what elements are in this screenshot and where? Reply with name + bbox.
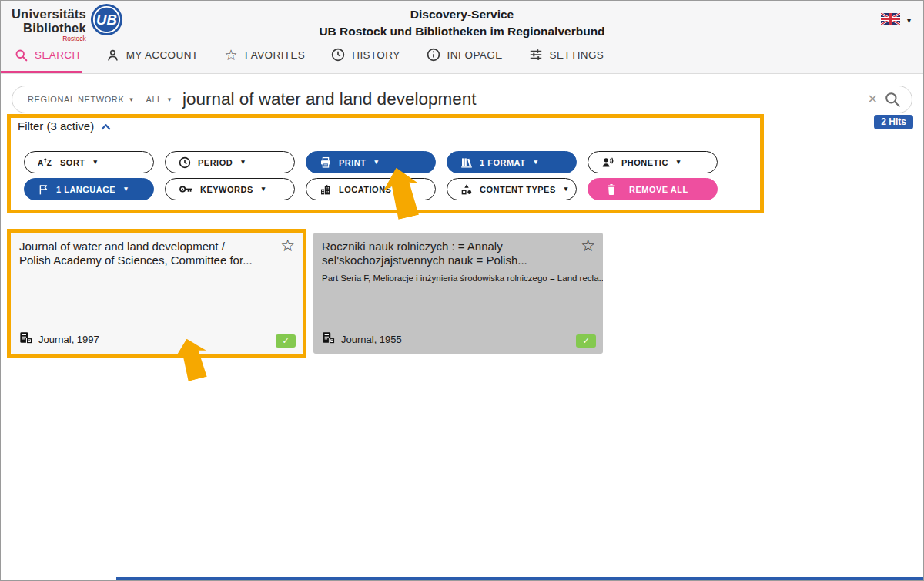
nav-item-favorites[interactable]: ☆ FAVORITES (224, 48, 305, 62)
journal-icon (322, 331, 336, 348)
nav-item-settings[interactable]: SETTINGS (529, 48, 604, 62)
period-button[interactable]: PERIOD ▾ (165, 151, 295, 173)
result-card-2[interactable]: Roczniki nauk rolniczych : = Annaly sel'… (313, 233, 603, 354)
chevron-down-icon: ▾ (564, 186, 568, 193)
result-title: Roczniki nauk rolniczych : = Annaly sel'… (313, 233, 603, 268)
availability-check-badge: ✓ (576, 334, 596, 348)
chevron-down-icon: ▾ (124, 186, 128, 193)
result-subtitle: Part Seria F, Melioracje i inżynieria śr… (313, 268, 603, 283)
shapes-icon (460, 183, 473, 196)
search-icon (15, 49, 28, 62)
divider (12, 139, 908, 139)
key-icon (179, 184, 193, 194)
chevron-down-icon: ▾ (262, 186, 266, 193)
flag-icon (38, 183, 49, 196)
favorite-star-icon[interactable]: ☆ (280, 237, 295, 254)
search-input[interactable] (182, 87, 868, 112)
result-type-year: Journal, 1955 (341, 334, 402, 345)
chevron-down-icon: ▾ (129, 96, 133, 103)
chevron-down-icon: ▾ (907, 17, 911, 25)
search-submit-icon[interactable] (884, 91, 901, 108)
availability-check-badge: ✓ (276, 334, 296, 348)
clear-search-icon[interactable]: ✕ (868, 93, 878, 106)
discovery-service-page: Universitäts Bibliothek Rostock UB Disco… (0, 0, 924, 581)
chevron-down-icon: ▾ (677, 159, 681, 166)
filter-buttons: AZ SORT ▾ PERIOD ▾ PRINT ▾ 1 FORMAT ▾ PH… (24, 151, 718, 200)
sort-button[interactable]: AZ SORT ▾ (24, 151, 154, 173)
favorite-star-icon[interactable]: ☆ (581, 237, 595, 254)
app-header: Universitäts Bibliothek Rostock UB Disco… (1, 1, 923, 74)
format-filter-button[interactable]: 1 FORMAT ▾ (447, 151, 577, 173)
sort-az-icon: AZ (38, 156, 53, 168)
search-bar: REGIONAL NETWORK ▾ ALL ▾ ✕ (12, 86, 912, 113)
active-tab-underline (1, 71, 82, 73)
scope-label: REGIONAL NETWORK (28, 95, 124, 104)
journal-icon (19, 331, 33, 348)
result-card-1[interactable]: Journal of water and land development / … (11, 233, 303, 354)
nav-item-my-account[interactable]: MY ACCOUNT (106, 49, 199, 62)
star-icon: ☆ (224, 48, 237, 62)
chevron-down-icon: ▾ (241, 159, 245, 166)
main-nav: SEARCH MY ACCOUNT ☆ FAVORITES HISTORY IN… (15, 45, 604, 65)
speaking-person-icon (601, 156, 614, 169)
sliders-icon (529, 48, 543, 62)
filter-panel-toggle[interactable]: Filter (3 active) (18, 119, 111, 133)
footer-bar (116, 577, 923, 580)
trash-icon (606, 183, 617, 196)
language-filter-button[interactable]: 1 LANGUAGE ▾ (24, 178, 154, 200)
result-meta: Journal, 1955 (322, 331, 402, 348)
filter-header-label: Filter (3 active) (18, 119, 94, 133)
chevron-down-icon: ▾ (168, 96, 172, 103)
print-button[interactable]: PRINT ▾ (306, 151, 436, 173)
chevron-down-icon: ▾ (94, 159, 98, 166)
scope-dropdown-all[interactable]: ALL ▾ (146, 95, 172, 104)
printer-icon (320, 156, 332, 169)
result-meta: Journal, 1997 (19, 331, 99, 348)
locations-button[interactable]: LOCATIONS ▾ (306, 178, 436, 200)
person-icon (106, 49, 119, 62)
result-title: Journal of water and land development / … (11, 233, 303, 268)
nav-label: SETTINGS (550, 49, 604, 61)
chevron-down-icon: ▾ (400, 186, 403, 193)
svg-text:A: A (38, 160, 44, 168)
nav-item-infopage[interactable]: INFOPAGE (427, 48, 503, 62)
phonetic-button[interactable]: PHONETIC ▾ (588, 151, 718, 173)
language-selector[interactable]: ▾ (881, 13, 911, 28)
chevron-up-icon (101, 119, 111, 133)
page-title-line1: Discovery-Service (1, 6, 923, 23)
scope-label: ALL (146, 95, 162, 104)
building-icon (320, 183, 332, 196)
scope-dropdown-network[interactable]: REGIONAL NETWORK ▾ (28, 95, 133, 104)
svg-text:Z: Z (47, 160, 52, 168)
clock-icon (179, 156, 191, 169)
nav-label: FAVORITES (245, 49, 305, 61)
nav-label: SEARCH (35, 49, 80, 61)
info-icon (427, 48, 440, 62)
nav-item-history[interactable]: HISTORY (331, 48, 400, 62)
nav-item-search[interactable]: SEARCH (15, 49, 80, 62)
hits-count-badge: 2 Hits (874, 115, 913, 129)
nav-label: INFOPAGE (447, 49, 503, 61)
result-type-year: Journal, 1997 (38, 334, 99, 345)
clock-icon (331, 48, 345, 62)
chevron-down-icon: ▾ (534, 159, 537, 166)
nav-label: HISTORY (352, 49, 400, 61)
nav-label: MY ACCOUNT (126, 49, 199, 61)
keywords-button[interactable]: KEYWORDS ▾ (165, 178, 295, 200)
uk-flag-icon (881, 13, 900, 28)
books-icon (460, 156, 473, 169)
page-title: Discovery-Service UB Rostock und Bibliot… (1, 6, 923, 40)
page-title-line2: UB Rostock und Bibliotheken im Regionalv… (1, 23, 923, 40)
content-types-button[interactable]: CONTENT TYPES ▾ (447, 178, 577, 200)
chevron-down-icon: ▾ (375, 159, 379, 166)
remove-all-button[interactable]: REMOVE ALL (588, 178, 718, 200)
